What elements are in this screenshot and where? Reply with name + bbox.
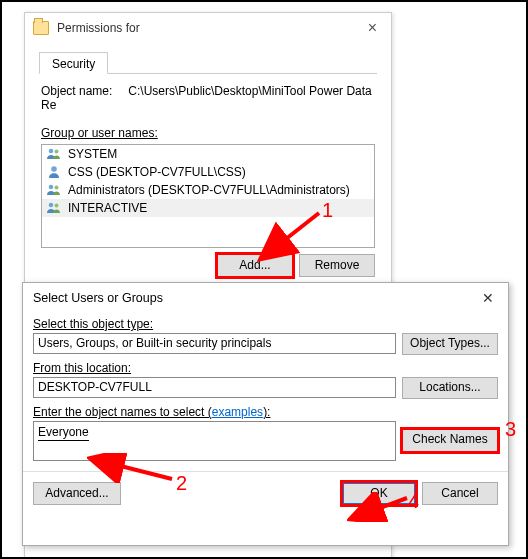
add-button[interactable]: Add... [217, 254, 293, 277]
svg-point-6 [55, 204, 59, 208]
enter-names-label: Enter the object names to select (exampl… [33, 405, 498, 419]
ok-button[interactable]: OK [342, 482, 416, 505]
list-item-label: INTERACTIVE [68, 201, 147, 215]
svg-point-1 [55, 150, 59, 154]
enter-names-label-pre: Enter the object names to select ( [33, 405, 212, 419]
locations-button[interactable]: Locations... [402, 377, 498, 399]
remove-button[interactable]: Remove [299, 254, 375, 277]
list-item[interactable]: SYSTEM [42, 145, 374, 163]
from-location-field: DESKTOP-CV7FULL [33, 377, 396, 398]
list-item-label: CSS (DESKTOP-CV7FULL\CSS) [68, 165, 246, 179]
select-users-titlebar: Select Users or Groups ✕ [23, 283, 508, 313]
annotation-number-2: 2 [176, 472, 187, 495]
select-users-title-text: Select Users or Groups [33, 291, 163, 305]
annotation-number-3: 3 [505, 418, 516, 441]
object-names-value: Everyone [38, 424, 89, 441]
group-listbox[interactable]: SYSTEM CSS (DESKTOP-CV7FULL\CSS) Adminis… [41, 144, 375, 248]
svg-point-5 [49, 203, 54, 208]
object-name-label: Object name: [41, 84, 125, 98]
svg-point-3 [49, 185, 54, 190]
tab-security[interactable]: Security [39, 52, 108, 74]
object-types-button[interactable]: Object Types... [402, 333, 498, 355]
list-item[interactable]: CSS (DESKTOP-CV7FULL\CSS) [42, 163, 374, 181]
users-icon [46, 200, 62, 216]
user-icon [46, 164, 62, 180]
check-names-button[interactable]: Check Names [402, 429, 498, 452]
object-names-input[interactable]: Everyone [33, 421, 396, 461]
cancel-button[interactable]: Cancel [422, 482, 498, 505]
folder-icon [33, 21, 49, 35]
tabs: Security [39, 51, 377, 74]
select-users-dialog: Select Users or Groups ✕ Select this obj… [22, 282, 509, 546]
list-item-label: Administrators (DESKTOP-CV7FULL\Administ… [68, 183, 350, 197]
permissions-title-text: Permissions for [57, 21, 140, 35]
object-type-field: Users, Groups, or Built-in security prin… [33, 333, 396, 354]
users-icon [46, 182, 62, 198]
svg-point-4 [55, 186, 59, 190]
permissions-titlebar: Permissions for × [25, 13, 391, 43]
close-icon[interactable]: ✕ [468, 284, 508, 312]
object-type-label: Select this object type: [33, 317, 498, 331]
group-names-label: Group or user names: [41, 126, 375, 140]
users-icon [46, 146, 62, 162]
svg-point-2 [51, 166, 57, 172]
object-name-row: Object name: C:\Users\Public\Desktop\Min… [41, 84, 375, 112]
examples-link[interactable]: examples [212, 405, 263, 419]
annotation-number-4: 4 [408, 490, 419, 513]
from-location-label: From this location: [33, 361, 498, 375]
advanced-button[interactable]: Advanced... [33, 482, 121, 505]
annotation-number-1: 1 [322, 199, 333, 222]
list-item[interactable]: Administrators (DESKTOP-CV7FULL\Administ… [42, 181, 374, 199]
list-item-label: SYSTEM [68, 147, 117, 161]
close-icon[interactable]: × [362, 19, 383, 37]
enter-names-label-post: ): [263, 405, 270, 419]
svg-point-0 [49, 149, 54, 154]
